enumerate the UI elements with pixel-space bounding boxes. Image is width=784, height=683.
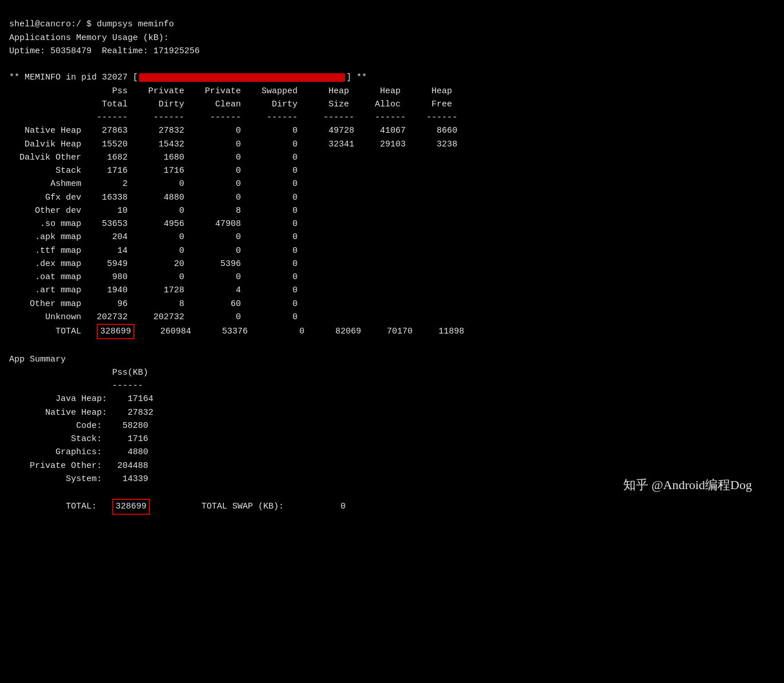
row-ttf-mmap: .ttf mmap 14 0 0 0 bbox=[9, 246, 298, 256]
col-headers-2: Total Dirty Clean Dirty Size Alloc Free bbox=[9, 100, 452, 109]
row-native-heap: Native Heap 27863 27832 0 0 49728 41067 … bbox=[9, 126, 457, 136]
total-pss-boxed: 328699 bbox=[97, 324, 134, 339]
row-other-dev: Other dev 10 0 8 0 bbox=[9, 206, 298, 216]
row-ashmem: Ashmem 2 0 0 0 bbox=[9, 179, 298, 189]
row-stack: Stack 1716 1716 0 0 bbox=[9, 166, 298, 176]
watermark: 知乎 @Android编程Dog bbox=[623, 476, 752, 494]
terminal-output: shell@cancro:/ $ dumpsys meminfo Applica… bbox=[9, 5, 775, 528]
app-summary-system: System: 14339 bbox=[9, 474, 148, 484]
separator-line: ------ ------ ------ ------ ------ -----… bbox=[9, 113, 457, 122]
row-unknown: Unknown 202732 202732 0 0 bbox=[9, 312, 298, 322]
line3: Uptime: 50358479 Realtime: 171925256 bbox=[9, 46, 200, 56]
row-dalvik-heap: Dalvik Heap 15520 15432 0 0 32341 29103 … bbox=[9, 140, 457, 149]
row-dalvik-other: Dalvik Other 1682 1680 0 0 bbox=[9, 153, 298, 162]
app-summary-graphics: Graphics: 4880 bbox=[9, 447, 148, 457]
app-summary-java-heap: Java Heap: 17164 bbox=[9, 394, 153, 404]
app-summary-private-other: Private Other: 204488 bbox=[9, 461, 148, 471]
summary-total-boxed: 328699 bbox=[112, 499, 150, 514]
terminal-text: shell@cancro:/ $ dumpsys meminfo Applica… bbox=[9, 5, 775, 528]
app-summary-code: Code: 58280 bbox=[9, 421, 148, 431]
row-total: TOTAL 328699 260984 53376 0 82069 70170 … bbox=[9, 327, 464, 336]
row-art-mmap: .art mmap 1940 1728 4 0 bbox=[9, 285, 298, 295]
app-summary-total-row: TOTAL: 328699 TOTAL SWAP (KB): 0 bbox=[9, 502, 346, 511]
app-summary-title: App Summary bbox=[9, 355, 66, 364]
row-dex-mmap: .dex mmap 5949 20 5396 0 bbox=[9, 259, 298, 269]
redacted-pid-name bbox=[139, 73, 345, 82]
meminfo-header: ** MEMINFO in pid 32027 [ ] ** bbox=[9, 73, 367, 82]
line1: shell@cancro:/ $ dumpsys meminfo bbox=[9, 19, 174, 29]
row-so-mmap: .so mmap 53653 4956 47908 0 bbox=[9, 219, 298, 229]
app-summary-sep: ------ bbox=[9, 381, 143, 391]
app-summary-native-heap: Native Heap: 27832 bbox=[9, 408, 153, 418]
row-other-mmap: Other mmap 96 8 60 0 bbox=[9, 299, 298, 309]
line2: Applications Memory Usage (kB): bbox=[9, 33, 169, 43]
app-summary-stack: Stack: 1716 bbox=[9, 434, 148, 444]
row-oat-mmap: .oat mmap 980 0 0 0 bbox=[9, 272, 298, 282]
row-gfx-dev: Gfx dev 16338 4880 0 0 bbox=[9, 193, 298, 202]
col-headers-1: Pss Private Private Swapped Heap Heap He… bbox=[9, 86, 452, 96]
app-summary-col: Pss(KB) bbox=[9, 368, 148, 378]
row-apk-mmap: .apk mmap 204 0 0 0 bbox=[9, 232, 298, 242]
